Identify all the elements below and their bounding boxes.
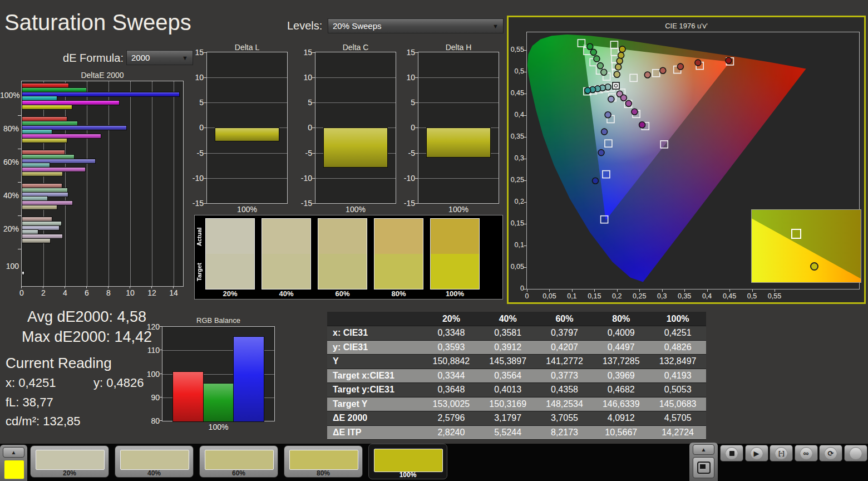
refresh-icon: ⟳ xyxy=(825,447,837,459)
cie-x-tick-label: 0,05 xyxy=(540,292,558,300)
record-button[interactable] xyxy=(844,445,867,462)
x-tick xyxy=(173,286,174,288)
y-tick xyxy=(415,102,418,103)
delta-small-y-label: 15 xyxy=(400,48,415,57)
current-pattern-swatch[interactable] xyxy=(4,460,24,479)
cie-x-tick xyxy=(662,289,663,292)
display-window-icon xyxy=(697,462,711,474)
table-column-header: 100% xyxy=(649,312,706,326)
level-button-100%[interactable]: 100% xyxy=(368,444,447,479)
cie-y-tick-label: 0,35 xyxy=(500,132,524,140)
cie-measured-marker-magenta xyxy=(632,109,638,115)
pattern-quick-panel: ▲ xyxy=(0,445,27,481)
y-gridline xyxy=(207,77,287,78)
cie-y-tick-label: 0,3 xyxy=(500,154,524,162)
table-cell: 141,2772 xyxy=(536,355,593,369)
cie-y-tick-label: 0,45 xyxy=(500,89,524,97)
deltae-bar-20%-yellow xyxy=(22,238,51,243)
target-swatch xyxy=(431,254,479,289)
deltae-bar-100-red xyxy=(22,271,24,275)
cie-measured-marker-cyan xyxy=(585,87,591,94)
play-icon: ▶ xyxy=(751,447,763,459)
display-window-button[interactable] xyxy=(693,457,714,478)
stop-button[interactable] xyxy=(720,445,743,462)
play-button[interactable]: ▶ xyxy=(745,445,768,462)
cie-x-tick xyxy=(549,289,550,292)
swatch-column-label: 20% xyxy=(205,289,255,298)
cie-x-tick-label: 0,3 xyxy=(653,292,671,300)
delta-small-y-label: 0 xyxy=(188,123,204,132)
delta-small-y-label: 10 xyxy=(400,73,415,82)
table-cell: 3,1797 xyxy=(480,411,536,425)
table-cell: 0,4826 xyxy=(649,341,706,355)
cie-y-tick-label: 0 xyxy=(500,284,524,292)
deltae-bar-100%-yellow xyxy=(22,105,72,110)
level-swatch xyxy=(36,450,105,470)
swatch-column-label: 40% xyxy=(262,289,311,298)
cie-measured-marker-blue xyxy=(608,96,614,102)
current-y-value: y: 0,4826 xyxy=(93,376,144,390)
cie-inset-measured-marker xyxy=(810,262,818,271)
x-gridline xyxy=(65,81,66,286)
deltae-x-tick-label: 6 xyxy=(80,288,93,297)
de-formula-value: 2000 xyxy=(131,53,182,62)
level-swatch xyxy=(205,450,274,470)
rgb-balance-plot xyxy=(162,326,275,421)
table-cell: 0,3344 xyxy=(423,369,480,383)
de-formula-dropdown[interactable]: 2000 ▼ xyxy=(126,50,193,65)
pattern-up-button[interactable]: ▲ xyxy=(3,447,24,458)
table-cell: 3,7055 xyxy=(536,411,593,425)
delta-c-plot xyxy=(315,52,396,204)
current-reading-label: Current Reading xyxy=(6,355,112,372)
deltae-group-label: 20% xyxy=(0,224,19,233)
deltae-bar-60%-yellow xyxy=(22,171,63,176)
delta-small-title: Delta H xyxy=(418,43,499,52)
table-row: Target Y153,0025150,3169148,2534146,6339… xyxy=(327,397,706,412)
table-row-label: x: CIE31 xyxy=(327,326,423,340)
deltae-chart-title: DeltaE 2000 xyxy=(21,71,184,80)
x-gridline xyxy=(108,81,109,286)
table-cell: 10,5667 xyxy=(593,426,649,440)
rgb-bar-blue xyxy=(233,336,264,422)
deltae-x-tick-label: 2 xyxy=(37,288,50,297)
rgb-y-tick xyxy=(160,397,162,397)
deltae-x-tick-label: 10 xyxy=(124,288,137,297)
delta-l-plot xyxy=(206,52,288,204)
level-button-label: 60% xyxy=(200,469,278,477)
delta-h-plot xyxy=(418,52,499,204)
cie-y-tick xyxy=(524,246,526,246)
continuous-button[interactable]: ∞ xyxy=(795,445,818,462)
level-button-40%[interactable]: 40% xyxy=(115,445,194,478)
deltae-bar-80%-yellow xyxy=(22,138,67,143)
delta-small-y-label: -10 xyxy=(297,174,312,183)
x-tick xyxy=(86,286,87,288)
delta-small-y-label: -15 xyxy=(400,199,415,208)
delta-small-title: Delta C xyxy=(315,43,396,52)
loop-button[interactable]: ⟳ xyxy=(819,445,842,462)
page-title: Saturation Sweeps xyxy=(4,10,191,35)
delta-small-y-label: 0 xyxy=(297,123,312,132)
levels-dropdown[interactable]: 20% Sweeps ▼ xyxy=(328,18,504,33)
level-button-80%[interactable]: 80% xyxy=(284,445,363,478)
cie-x-tick xyxy=(639,289,640,292)
x-gridline xyxy=(130,81,131,286)
table-cell: 153,0025 xyxy=(423,397,480,411)
up-arrow-icon: ▲ xyxy=(701,446,707,453)
deltae-bar-40%-yellow xyxy=(22,205,57,210)
table-cell: 0,3648 xyxy=(423,383,480,397)
table-cell: 150,8842 xyxy=(423,355,480,369)
delta-small-y-label: 0 xyxy=(400,123,415,132)
display-up-button[interactable]: ▲ xyxy=(693,444,714,455)
levels-value: 20% Sweeps xyxy=(333,21,492,31)
stop-icon xyxy=(726,447,738,459)
y-tick xyxy=(415,178,418,179)
y-gridline xyxy=(418,178,499,179)
measure-button[interactable]: [··] xyxy=(770,445,793,462)
level-button-20%[interactable]: 20% xyxy=(30,445,109,478)
table-cell: 4,0912 xyxy=(593,411,649,425)
level-button-60%[interactable]: 60% xyxy=(199,445,278,478)
table-cell: 14,2724 xyxy=(649,426,706,440)
delta-small-y-label: 15 xyxy=(297,48,312,57)
cie-measured-marker-yellow xyxy=(617,58,623,64)
delta-small-y-label: -15 xyxy=(297,199,312,208)
